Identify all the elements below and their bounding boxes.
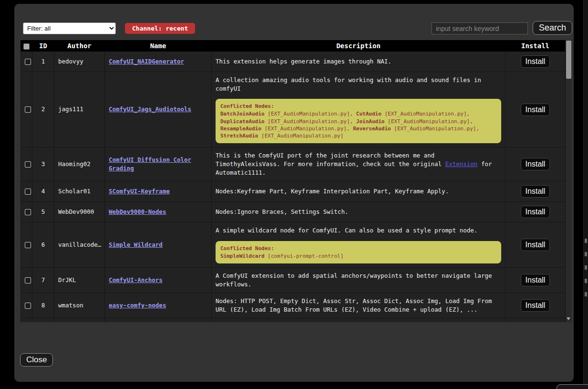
conflict-node-name: CutAudio xyxy=(356,111,382,117)
row-select-cell xyxy=(21,267,32,293)
conflict-node-name: DuplicateAudio xyxy=(220,118,265,125)
row-description: This is the ComfyUI port of the joint re… xyxy=(212,147,505,181)
conflicted-nodes-title: Conflicted Nodes: xyxy=(220,103,496,110)
table-row: 1bedovyyComfyUI_NAIDGeneratorThis extens… xyxy=(21,52,566,72)
install-button[interactable]: Install xyxy=(521,274,550,286)
node-name-link[interactable]: easy-comfy-nodes xyxy=(109,302,166,309)
row-id: 9 xyxy=(32,318,54,322)
row-checkbox[interactable] xyxy=(25,59,31,65)
close-button[interactable]: Close xyxy=(20,353,53,367)
node-name-link[interactable]: Simple Wildcard xyxy=(109,241,163,248)
row-id: 2 xyxy=(32,72,54,147)
install-button[interactable]: Install xyxy=(521,104,550,116)
row-select-cell xyxy=(21,293,32,318)
node-name-link[interactable]: WebDev9000-Nodes xyxy=(109,208,166,215)
row-id: 3 xyxy=(32,147,54,181)
filter-select[interactable]: Filter: all xyxy=(23,22,116,34)
conflicted-nodes-box: Conflicted Nodes:BatchJoinAudio [EXT_Aud… xyxy=(216,99,501,143)
page-scrollbar[interactable] xyxy=(583,0,588,389)
install-button[interactable]: Install xyxy=(521,206,550,218)
row-id: 5 xyxy=(32,202,54,222)
header-install: Install xyxy=(505,41,566,52)
conflict-node-name: ReverseAudio xyxy=(353,126,391,132)
row-id: 1 xyxy=(32,52,54,72)
table-row: 8wmatsoneasy-comfy-nodesNodes: HTTP POST… xyxy=(21,293,566,318)
scroll-down-arrow-icon[interactable] xyxy=(567,317,570,320)
node-name-link[interactable]: ComfyUI_Jags_Audiotools xyxy=(109,105,191,113)
description-text: Nodes:Ignore Braces, Settings Switch. xyxy=(216,208,501,216)
row-id: 6 xyxy=(32,222,54,267)
row-name: ComfyUI-Anchors xyxy=(105,267,212,293)
row-description: A collection amazing audio tools for wor… xyxy=(212,72,505,147)
row-author: Scholar01 xyxy=(54,181,105,202)
row-select-cell xyxy=(21,222,32,267)
install-button[interactable]: Install xyxy=(521,299,550,312)
row-description: Nodes: HTTP POST, Empty Dict, Assoc Str,… xyxy=(212,293,505,318)
row-checkbox[interactable] xyxy=(25,303,31,309)
row-checkbox[interactable] xyxy=(25,209,31,215)
table-scrollbar[interactable] xyxy=(565,40,571,322)
node-name-link[interactable]: ComfyUI Diffusion Color Grading xyxy=(109,156,191,172)
search-input[interactable] xyxy=(432,22,528,34)
row-author: WebDev9000 xyxy=(54,202,105,222)
header-author: Author xyxy=(54,41,105,52)
row-author: vanillacode… xyxy=(54,222,105,267)
conflicted-nodes-list: BatchJoinAudio [EXT_AudioManipulation.py… xyxy=(220,110,496,139)
table-row: 7DrJKLComfyUI-AnchorsA ComfyUI extension… xyxy=(21,267,566,293)
partial-corner-button[interactable] xyxy=(557,384,588,389)
description-text: This extension helps generate images thr… xyxy=(216,57,501,66)
row-checkbox[interactable] xyxy=(25,277,31,284)
row-select-cell xyxy=(21,202,32,222)
row-select-cell xyxy=(21,318,32,322)
row-id: 8 xyxy=(32,293,54,318)
install-button[interactable]: Install xyxy=(521,158,550,170)
select-all-cell xyxy=(21,41,32,52)
table-row: 9SoftMengComfyUI_Mexx_StylerNodes: Comfy… xyxy=(21,318,566,322)
conflicted-nodes-box: Conflicted Nodes:SimpleWildcard [comfyui… xyxy=(216,241,501,263)
table-scrollbar-thumb[interactable] xyxy=(566,41,571,79)
custom-nodes-table-area: ID Author Name Description Install 1bedo… xyxy=(21,40,571,322)
row-select-cell xyxy=(21,147,32,181)
table-row: 4Scholar01SComfyUI-KeyframeNodes:Keyfram… xyxy=(21,181,566,202)
table-header-row: ID Author Name Description Install xyxy=(21,41,566,52)
row-checkbox[interactable] xyxy=(25,161,31,168)
search-button[interactable]: Search xyxy=(533,21,572,35)
channel-badge[interactable]: Channel: recent xyxy=(125,23,195,34)
node-name-link[interactable]: ComfyUI-Anchors xyxy=(109,276,163,284)
description-text: Nodes:Keyframe Part, Keyframe Interpolat… xyxy=(216,187,501,196)
edge-artifact xyxy=(585,239,587,243)
row-author: Haoming02 xyxy=(54,147,105,181)
row-checkbox[interactable] xyxy=(25,106,31,113)
table-row: 3Haoming02ComfyUI Diffusion Color Gradin… xyxy=(21,147,566,181)
install-button[interactable]: Install xyxy=(521,55,550,68)
conflict-node-name: SimpleWildcard xyxy=(220,253,265,259)
custom-nodes-table: ID Author Name Description Install 1bedo… xyxy=(21,40,566,322)
row-install-cell: Install xyxy=(505,52,566,72)
row-author: bedovyy xyxy=(54,52,105,72)
row-name: ComfyUI Diffusion Color Grading xyxy=(105,147,212,181)
row-id: 7 xyxy=(32,267,54,293)
row-description: Nodes:Ignore Braces, Settings Switch. xyxy=(212,202,505,222)
edge-artifact xyxy=(585,252,587,256)
install-button[interactable]: Install xyxy=(521,239,550,251)
node-name-link[interactable]: ComfyUI_NAIDGenerator xyxy=(109,58,184,65)
row-name: easy-comfy-nodes xyxy=(105,293,212,318)
row-install-cell: Install xyxy=(505,267,566,293)
row-description: A simple wildcard node for ComfyUI. Can … xyxy=(212,222,505,267)
select-all-checkbox[interactable] xyxy=(23,43,30,50)
install-button[interactable]: Install xyxy=(521,185,550,198)
node-name-link[interactable]: SComfyUI-Keyframe xyxy=(109,188,170,195)
row-name: ComfyUI_NAIDGenerator xyxy=(105,52,212,72)
row-install-cell: Install xyxy=(505,72,566,147)
description-link[interactable]: Extension xyxy=(445,160,478,168)
description-text: A ComfyUI extension to add spatial ancho… xyxy=(216,272,501,289)
conflict-node-name: JoinAudio xyxy=(356,118,385,125)
row-checkbox[interactable] xyxy=(25,189,31,195)
conflicted-nodes-title: Conflicted Nodes: xyxy=(220,245,496,252)
header-description: Description xyxy=(212,41,505,52)
edge-artifact xyxy=(585,265,587,270)
custom-nodes-dialog: Filter: all Channel: recent Search ID Au… xyxy=(14,4,574,382)
row-description: This extension helps generate images thr… xyxy=(212,52,505,72)
row-select-cell xyxy=(21,181,32,202)
row-checkbox[interactable] xyxy=(25,242,31,248)
